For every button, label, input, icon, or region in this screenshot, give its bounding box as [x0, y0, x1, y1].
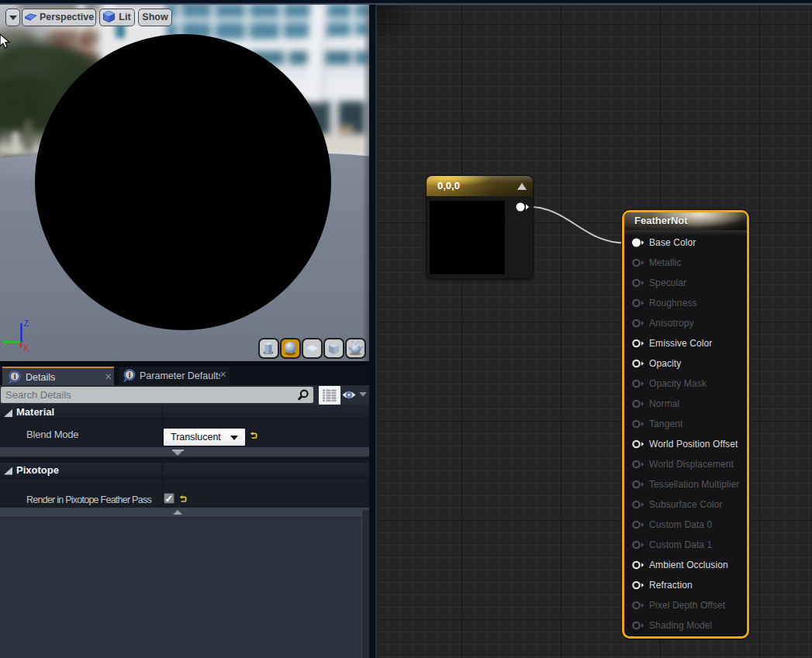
svg-text:X: X: [23, 343, 29, 353]
svg-text:i: i: [129, 371, 131, 379]
svg-text:Y: Y: [3, 338, 9, 347]
svg-text:Z: Z: [24, 319, 29, 328]
svg-text:i: i: [14, 373, 16, 381]
